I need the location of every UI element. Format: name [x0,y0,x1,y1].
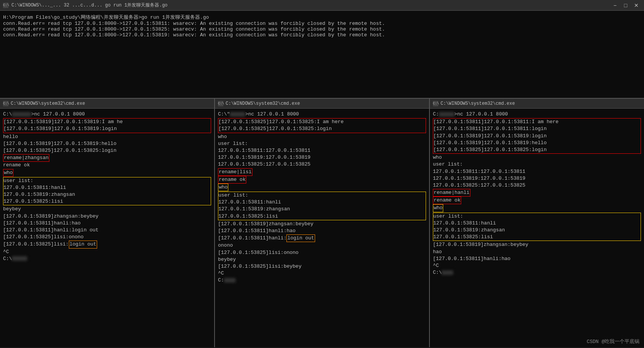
sub-window-2: C:\ C:\WINDOWS\system32\cmd.exe C:\">nc … [215,99,430,347]
s1-l15: ^C [3,249,211,255]
sub-cmd-icon-2: C:\ [218,101,223,106]
s2-red-block: [127.0.0.1:53825]127.0.0.1:53825:I am he… [218,118,426,133]
s3-red-block: [127.0.0.1:53811]127.0.0.1:53811:I am he… [433,118,641,154]
s2-l2: [127.0.0.1:53825]127.0.0.1:53825:I am he… [218,119,426,125]
s2-l19: C: [218,277,426,284]
s1-l8: rename ok [3,162,211,169]
s1-ul3: 127.0.0.1:53819:zhangsan [3,191,211,198]
s2-l5: user list: [218,140,426,147]
s3-l3: [127.0.0.1:53811]127.0.0.1:53811:login [433,125,641,132]
sub-window-1: C:\ C:\WINDOWS\system32\cmd.exe C:\>nc 1… [0,99,215,347]
sub-cmd-icon-3: C:\ [433,101,438,106]
s2-l13: [127.0.0.1:53811]hanli:login out [218,234,426,242]
s2-logout-box: login out [286,234,315,242]
s3-l17: ^C [433,262,641,269]
s3-l15: hao [433,249,641,255]
s3-l14: [127.0.0.1:53819]zhangsan:beybey [433,241,641,248]
sub-title-1: C:\WINDOWS\system32\cmd.exe [11,101,85,106]
s2-ul3: 127.0.0.1:53819:zhangsan [218,206,426,213]
sub-title-bar-3: C:\ C:\WINDOWS\system32\cmd.exe [430,99,644,109]
maximize-button[interactable]: □ [621,2,630,9]
s2-l9: rename|lisi [218,168,426,176]
watermark: CSDN @吃我一个平底锅 [587,338,639,345]
s1-l5: [127.0.0.1:53819]127.0.0.1:53819:hello [3,140,211,147]
s2-l4: who [218,133,426,140]
title-bar-controls: − □ ✕ [610,2,641,9]
s3-ul1: user list: [433,213,641,220]
sub-title-bar-1: C:\ C:\WINDOWS\system32\cmd.exe [0,99,214,109]
sub-windows-container: C:\ C:\WINDOWS\system32\cmd.exe C:\>nc 1… [0,99,644,347]
s3-ul3: 127.0.0.1:53819:zhangsan [433,227,641,234]
s3-who-box: who [433,204,443,212]
s3-l9: 127.0.0.1:53811:127.0.0.1:53811 [433,168,641,175]
s1-l11: [127.0.0.1:53811]hanli:hao [3,220,211,227]
s2-ul2: 127.0.0.1:53811:hanli [218,199,426,206]
s2-l15: [127.0.0.1:53825]lisi:onono [218,249,426,256]
title-bar-title: C:\WINDOWS\..._... 32 ...c...d... go run… [11,2,168,8]
sub-title-2: C:\WINDOWS\system32\cmd.exe [226,101,300,106]
main-cmd-window: H:\Program Files\go_study\网络编程\并发聊天服务器>g… [0,11,644,99]
s1-yellow-block: user list: 127.0.0.1:53811:hanli 127.0.0… [3,177,211,206]
s3-l13: rename ok [433,197,641,204]
sub-title-bar-2: C:\ C:\WINDOWS\system32\cmd.exe [215,99,429,109]
s3-yellow-block: user list: 127.0.0.1:53811:hanli 127.0.0… [433,213,641,241]
s1-who: who [3,169,211,177]
s3-l18: C:\ [433,269,641,276]
s2-l8: 127.0.0.1:53825:127.0.0.1:53825 [218,161,426,168]
s2-who: who [218,184,426,191]
s3-l2: [127.0.0.1:53811]127.0.0.1:53811:I am he… [433,119,641,125]
s3-l6: [127.0.0.1:53825]127.0.0.1:53825:login [433,146,641,153]
s1-l16: C:\ [3,255,211,262]
s1-l2: [127.0.0.1:53819]127.0.0.1:53819:I am he [3,119,211,125]
title-bar-left: C:\ C:\WINDOWS\..._... 32 ...c...d... go… [3,2,168,8]
s3-who: who [433,204,641,212]
s3-ul2: 127.0.0.1:53811:hanli [433,220,641,227]
s2-l11: [127.0.0.1:53819]zhangsan:beybey [218,221,426,228]
main-line-2: conn.Read.err= read tcp 127.0.0.1:8000->… [3,26,641,32]
main-prompt-line: H:\Program Files\go_study\网络编程\并发聊天服务器>g… [3,14,641,21]
s2-ul4: 127.0.0.1:53825:lisi [218,213,426,220]
s1-l6: [127.0.0.1:53825]127.0.0.1:53825:login [3,147,211,154]
sub-content-1[interactable]: C:\>nc 127.0.0.1 8000 [127.0.0.1:53819]1… [0,109,214,347]
s3-l4: [127.0.0.1:53819]127.0.0.1:53819:login [433,133,641,140]
s2-l14: onono [218,242,426,249]
s2-l18: ^C [218,270,426,277]
title-bar: C:\ C:\WINDOWS\..._... 32 ...c...d... go… [0,0,644,11]
s1-l10: [127.0.0.1:53819]zhangsan:beybey [3,213,211,220]
s1-red-block: [127.0.0.1:53819]127.0.0.1:53819:I am he… [3,118,211,133]
s3-l1: C:>nc 127.0.0.1 8000 [433,111,641,118]
s3-l16: [127.0.0.1:53811]hanli:hao [433,255,641,262]
s3-l12: rename|hanli [433,189,641,197]
s1-who-box: who [3,169,13,177]
s2-ul1: user list: [218,192,426,199]
s2-l6: 127.0.0.1:53811:127.0.0.1:53811 [218,147,426,154]
s1-l13: [127.0.0.1:53825]lisi:onono [3,234,211,241]
main-line-3: conn.Read.err= read tcp 127.0.0.1:8000->… [3,32,641,38]
s3-l8: user list: [433,161,641,168]
s2-who-box: who [218,184,228,191]
s1-logout-box: login out [69,241,97,248]
close-button[interactable]: ✕ [632,2,641,9]
s3-l11: 127.0.0.1:53825:127.0.0.1:53825 [433,182,641,189]
s3-l10: 127.0.0.1:53819:127.0.0.1:53819 [433,175,641,182]
s1-l7: rename|zhangsan [3,154,211,162]
s2-rename-ok-box: rename ok [218,176,246,184]
s1-l9: beybey [3,206,211,213]
s2-l1: C:\">nc 127.0.0.1 8000 [218,111,426,118]
cmd-icon: C:\ [3,3,8,8]
s2-yellow-block: user list: 127.0.0.1:53811:hanli 127.0.0… [218,192,426,220]
s3-ul4: 127.0.0.1:53825:lisi [433,234,641,241]
s3-l7: who [433,154,641,161]
s1-l1: C:\>nc 127.0.0.1 8000 [3,111,211,118]
sub-window-3: C:\ C:\WINDOWS\system32\cmd.exe C:>nc 12… [430,99,644,347]
s1-l12: [127.0.0.1:53811]hanli:login out [3,227,211,234]
sub-content-3[interactable]: C:>nc 127.0.0.1 8000 [127.0.0.1:53811]12… [430,109,644,347]
s1-ul4: 127.0.0.1:53825:lisi [3,198,211,205]
minimize-button[interactable]: − [610,2,620,9]
sub-content-2[interactable]: C:\">nc 127.0.0.1 8000 [127.0.0.1:53825]… [215,109,429,347]
s2-l17: [127.0.0.1:53825]lisi:beybey [218,263,426,270]
s3-rename-box: rename|hanli [433,189,470,197]
s3-rename-ok-box: rename ok [433,197,461,204]
s1-l14: [127.0.0.1:53825]lisi:login out [3,241,211,248]
s1-l3: [127.0.0.1:53819]127.0.0.1:53819:login [3,125,211,132]
